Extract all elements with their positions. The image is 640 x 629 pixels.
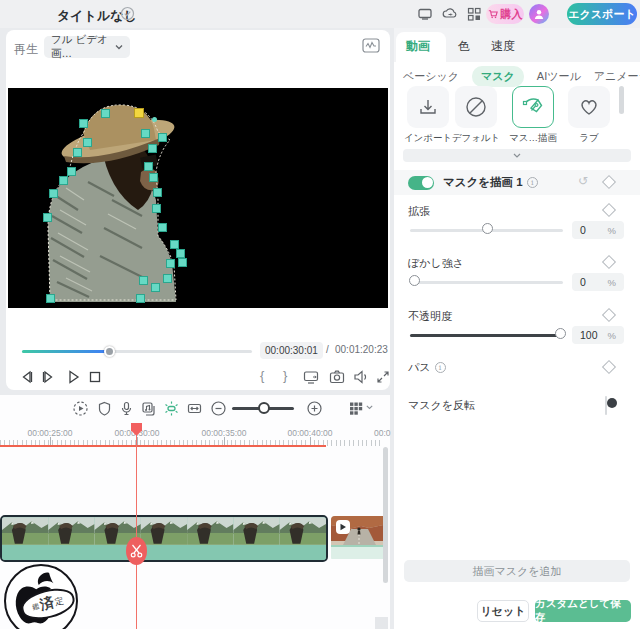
- mask-point-handle[interactable]: [151, 283, 160, 292]
- save-as-custom-button[interactable]: カスタムとして保存: [535, 600, 631, 622]
- mark-in-icon[interactable]: {: [260, 368, 264, 383]
- stop-button[interactable]: [86, 368, 104, 386]
- mask-point-handle[interactable]: [141, 129, 150, 138]
- subtab-mask[interactable]: マスク: [472, 66, 524, 87]
- volume-icon[interactable]: [352, 368, 370, 386]
- saved-check-icon: [120, 6, 135, 21]
- mask-point-handle[interactable]: [158, 133, 167, 142]
- tab-color[interactable]: 色: [458, 38, 470, 55]
- mask-point-handle[interactable]: [49, 189, 58, 198]
- info-icon[interactable]: i: [527, 177, 538, 188]
- info-icon[interactable]: i: [435, 362, 446, 373]
- expand-value-box[interactable]: 0%: [572, 221, 624, 239]
- split-scissors-button[interactable]: [126, 537, 147, 565]
- mask-point-handle[interactable]: [148, 144, 157, 153]
- mask-enable-toggle[interactable]: [408, 176, 434, 190]
- keyframe-diamond-icon[interactable]: [602, 308, 616, 322]
- mask-point-handle[interactable]: [153, 188, 162, 197]
- mask-point-handle[interactable]: [158, 223, 167, 232]
- opacity-slider-handle[interactable]: [555, 328, 566, 339]
- subtab-basic[interactable]: ベーシック: [403, 69, 459, 84]
- mask-point-handle[interactable]: [144, 162, 153, 171]
- mask-point-handle[interactable]: [139, 276, 148, 285]
- expand-slider-handle[interactable]: [482, 223, 493, 234]
- mask-point-handle[interactable]: [136, 294, 145, 303]
- resources-grid-icon[interactable]: [466, 6, 482, 22]
- mask-point-handle[interactable]: [73, 148, 82, 157]
- track-layout-icon[interactable]: [347, 400, 364, 417]
- mask-preset-draw[interactable]: [512, 86, 554, 128]
- blur-slider-track[interactable]: [410, 281, 563, 284]
- mask-point-handle[interactable]: [170, 240, 179, 249]
- purchase-button[interactable]: 購入: [486, 4, 524, 24]
- reset-section-icon[interactable]: ↺: [578, 174, 588, 188]
- keyframe-diamond-icon[interactable]: [602, 203, 616, 217]
- audio-mixer-icon[interactable]: [140, 400, 157, 417]
- reset-button[interactable]: リセット: [477, 600, 529, 622]
- mask-point-handle[interactable]: [79, 119, 88, 128]
- mask-point-selected[interactable]: [134, 108, 144, 118]
- presets-scrollbar[interactable]: [619, 86, 624, 114]
- mark-out-icon[interactable]: }: [283, 368, 287, 383]
- heart-icon: [577, 95, 601, 119]
- microphone-icon[interactable]: [118, 400, 135, 417]
- timeline-zoom-handle[interactable]: [258, 402, 270, 414]
- fullscreen-icon[interactable]: [374, 368, 392, 386]
- mask-point-handle[interactable]: [152, 204, 161, 213]
- mask-point-handle[interactable]: [149, 173, 158, 182]
- timeline-vertical-scrollbar[interactable]: [383, 447, 388, 583]
- mask-point-dot[interactable]: [152, 117, 157, 122]
- keyframe-diamond-icon[interactable]: [602, 255, 616, 269]
- video-preview-canvas[interactable]: [8, 88, 388, 308]
- video-clip-next[interactable]: [331, 516, 388, 561]
- preview-source-select[interactable]: フル ビデオ画…: [44, 36, 130, 58]
- chevron-down-icon[interactable]: [366, 405, 373, 410]
- export-button[interactable]: エクスポート: [567, 3, 637, 25]
- expand-presets-bar[interactable]: [403, 149, 631, 162]
- account-avatar[interactable]: [529, 4, 549, 24]
- mask-point-handle[interactable]: [83, 138, 92, 147]
- mask-preset-love[interactable]: [568, 86, 610, 128]
- mask-point-handle[interactable]: [43, 213, 52, 222]
- subtab-animation[interactable]: アニメーション: [594, 69, 640, 84]
- mask-preset-import[interactable]: [407, 86, 449, 128]
- opacity-value-box[interactable]: 100%: [572, 326, 624, 344]
- ripple-edit-icon[interactable]: [186, 400, 203, 417]
- mask-control-points[interactable]: [8, 88, 388, 308]
- mask-point-handle[interactable]: [46, 294, 55, 303]
- snapshot-camera-icon[interactable]: [328, 368, 346, 386]
- next-frame-button[interactable]: [39, 368, 57, 386]
- mask-preset-default[interactable]: [455, 86, 497, 128]
- mask-point-handle[interactable]: [163, 274, 172, 283]
- previous-frame-button[interactable]: [18, 368, 36, 386]
- seek-bar-handle[interactable]: [104, 346, 115, 357]
- mask-point-handle[interactable]: [67, 167, 76, 176]
- video-clip-selected[interactable]: [0, 515, 328, 562]
- zoom-out-icon[interactable]: [210, 400, 227, 417]
- render-preview-icon[interactable]: [72, 400, 89, 417]
- cloud-sync-icon[interactable]: [442, 6, 458, 22]
- keyframe-diamond-icon[interactable]: [602, 360, 616, 374]
- render-preview-icon[interactable]: [362, 38, 380, 53]
- subtab-ai-tools[interactable]: AIツール: [537, 69, 581, 84]
- blur-slider-handle[interactable]: [409, 275, 420, 286]
- mask-point-handle[interactable]: [178, 258, 187, 267]
- mask-point-handle[interactable]: [59, 176, 68, 185]
- playhead-line[interactable]: [136, 434, 137, 629]
- app-window: タイトルなし 購入 エクスポート 再生 フル ビデオ画…: [0, 0, 640, 629]
- mask-point-handle[interactable]: [166, 259, 175, 268]
- blur-value-box[interactable]: 0%: [572, 273, 624, 291]
- play-button[interactable]: [64, 368, 82, 386]
- mask-point-handle[interactable]: [176, 249, 185, 258]
- shield-icon[interactable]: [96, 400, 113, 417]
- mask-point-handle[interactable]: [101, 109, 110, 118]
- invert-mask-toggle[interactable]: [605, 396, 607, 415]
- tab-video[interactable]: 動画: [406, 38, 430, 55]
- tab-speed[interactable]: 速度: [491, 38, 515, 55]
- zoom-in-icon[interactable]: [306, 400, 323, 417]
- display-icon[interactable]: [417, 6, 433, 22]
- mirror-display-icon[interactable]: [302, 368, 320, 386]
- add-draw-mask-button[interactable]: 描画マスクを追加: [404, 560, 630, 582]
- smart-cut-icon[interactable]: [163, 400, 180, 417]
- play-badge-icon[interactable]: [336, 520, 350, 534]
